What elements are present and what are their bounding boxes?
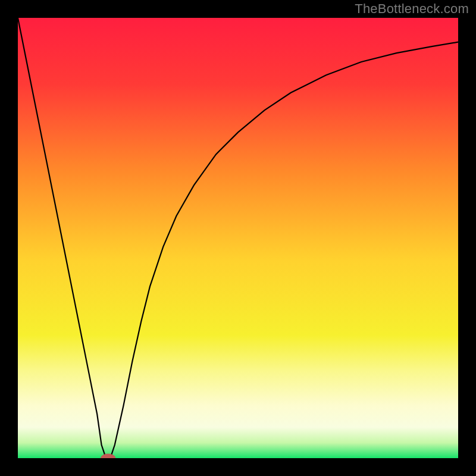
gradient-background [18,18,458,458]
chart-svg [18,18,458,458]
watermark-text: TheBottleneck.com [355,1,469,17]
plot-area [18,18,458,458]
chart-frame: TheBottleneck.com [0,0,476,476]
